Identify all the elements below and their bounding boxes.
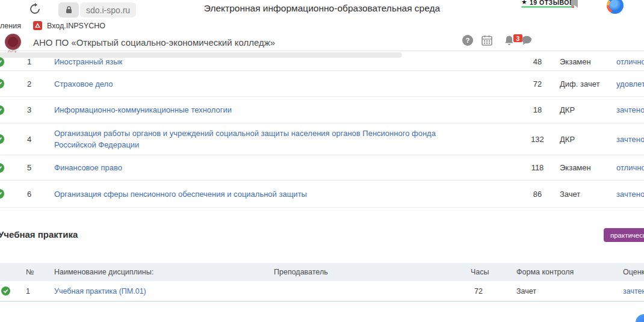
url-text: sdo.i-spo.ru xyxy=(86,5,130,15)
hours-value: 48 xyxy=(522,53,553,70)
status-check-icon xyxy=(0,181,4,207)
grade-link[interactable]: удовлетворительно xyxy=(616,79,644,88)
profile-avatar[interactable] xyxy=(607,0,624,14)
rating-bar xyxy=(521,6,574,8)
discipline-link[interactable]: Информационно-коммуникационные технологи… xyxy=(54,104,232,116)
control-form: ДКР xyxy=(560,123,575,155)
hours-value: 72 xyxy=(474,281,483,301)
lock-icon[interactable] xyxy=(58,2,79,17)
grade-link[interactable]: зачтено xyxy=(616,190,644,199)
status-check-icon xyxy=(0,97,4,123)
bookmark-favicon xyxy=(33,21,42,30)
section-title: Учебная практика xyxy=(0,229,78,240)
browser-window: sdo.i-spo.ru Электронная информационно-о… xyxy=(0,0,644,322)
reviews-label: 19 ОТЗЫВОВ xyxy=(530,0,574,6)
status-check-icon xyxy=(1,281,10,301)
header-control: Форма контроля xyxy=(516,263,574,281)
status-check-icon xyxy=(0,71,4,96)
grade-link[interactable]: зачтено xyxy=(623,287,644,296)
grade-link[interactable]: зачтено xyxy=(616,135,644,144)
table-row: 1 Учебная практика (ПМ.01) 72 Зачет зачт… xyxy=(0,281,644,302)
discipline-link[interactable]: Учебная практика (ПМ.01) xyxy=(54,287,146,296)
control-form: Экзамен xyxy=(560,53,591,70)
site-header: ОСК АНО ПО «Открытый социально-экономиче… xyxy=(0,33,644,51)
hours-value: 72 xyxy=(522,71,553,96)
header-num: № xyxy=(26,263,34,281)
status-check-icon xyxy=(0,155,4,180)
reload-icon[interactable] xyxy=(29,3,41,15)
discipline-link[interactable]: Страховое дело xyxy=(54,78,113,90)
header-teacher: Преподаватель xyxy=(274,263,328,281)
header-hours: Часы xyxy=(471,263,489,281)
row-number: 1 xyxy=(26,281,30,301)
grade-link[interactable]: зачтено xyxy=(616,105,644,114)
table-row: 2 Страховое дело 72 Диф. зачет удовлетво… xyxy=(0,71,644,97)
row-number: 6 xyxy=(27,181,31,207)
practice-table-header: № Наименование дисциплины: Преподаватель… xyxy=(0,263,644,281)
bookmark-item-partial[interactable]: ления xyxy=(0,22,21,30)
page-title: Электронная информационно-образовательна… xyxy=(181,3,463,14)
discipline-link[interactable]: Организация работы органов и учреждений … xyxy=(54,128,475,150)
row-number: 4 xyxy=(27,123,31,155)
status-check-icon xyxy=(0,123,4,155)
table-row: 4 Организация работы органов и учреждени… xyxy=(0,123,644,155)
hours-value: 118 xyxy=(522,155,553,180)
hours-value: 86 xyxy=(522,181,553,207)
table-row: 6 Организация сферы пенсионного обеспече… xyxy=(0,181,644,208)
control-form: Зачет xyxy=(516,281,536,301)
reviews-button[interactable]: ★ 19 ОТЗЫВОВ xyxy=(521,0,574,6)
grade-link[interactable]: отлично xyxy=(616,163,644,172)
browser-toolbar: sdo.i-spo.ru Электронная информационно-о… xyxy=(0,0,644,18)
address-bar[interactable]: sdo.i-spo.ru xyxy=(80,2,136,17)
header-grade: Оценка xyxy=(623,263,644,281)
calendar-icon[interactable] xyxy=(481,35,492,46)
college-name: АНО ПО «Открытый социально-экономический… xyxy=(33,37,275,48)
hours-value: 132 xyxy=(522,123,553,155)
control-form: Диф. зачет xyxy=(560,71,599,96)
status-check-icon xyxy=(0,53,4,70)
discipline-link[interactable]: Организация сферы пенсионного обеспечени… xyxy=(54,188,307,200)
practice-badge: практическое xyxy=(604,228,644,242)
college-emblem-icon xyxy=(5,34,21,50)
bookmark-icon[interactable] xyxy=(571,0,578,8)
row-number: 5 xyxy=(27,155,31,180)
header-name: Наименование дисциплины: xyxy=(54,263,153,281)
control-form: ДКР xyxy=(560,97,575,123)
table-row: 5 Финансовое право 118 Экзамен отлично xyxy=(0,155,644,181)
floating-action-button[interactable] xyxy=(636,314,644,322)
help-icon[interactable]: ? xyxy=(462,35,473,46)
star-icon: ★ xyxy=(521,0,527,6)
hours-value: 18 xyxy=(522,97,553,123)
table-row: 3 Информационно-коммуникационные техноло… xyxy=(0,97,644,123)
control-form: Зачет xyxy=(560,181,580,207)
table-row: 1 Иностранный язык 48 Экзамен отлично xyxy=(0,53,644,71)
college-logo[interactable]: ОСК xyxy=(4,34,22,54)
discipline-link[interactable]: Финансовое право xyxy=(54,162,122,173)
control-form: Экзамен xyxy=(560,155,591,180)
row-number: 1 xyxy=(27,53,31,70)
row-number: 2 xyxy=(27,71,31,96)
discipline-link[interactable]: Иностранный язык xyxy=(54,56,122,67)
chat-icon[interactable] xyxy=(521,35,532,46)
bookmark-item-inpsycho[interactable]: Вход.INPSYCHO xyxy=(47,22,105,30)
grade-link[interactable]: отлично xyxy=(616,57,644,66)
bookmarks-bar: ления Вход.INPSYCHO xyxy=(0,18,644,33)
row-number: 3 xyxy=(27,97,31,123)
